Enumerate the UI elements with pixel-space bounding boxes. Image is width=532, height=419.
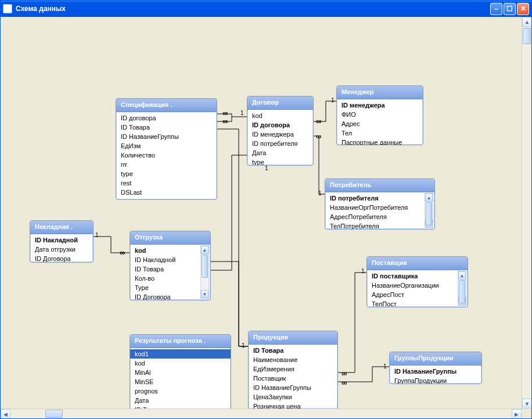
table-rez[interactable]: Результаты прогноза .kod1kodMinAlMinSEpr… xyxy=(130,334,231,413)
field[interactable]: ID менеджера xyxy=(337,101,423,110)
field[interactable]: ID Накладной xyxy=(30,235,93,245)
field[interactable]: Тел xyxy=(337,128,423,138)
rel-cardinality: ∞ xyxy=(316,117,321,126)
field[interactable]: ID Товара xyxy=(116,123,217,132)
field[interactable]: ЕдИзм xyxy=(116,141,217,151)
field[interactable]: ID Договора xyxy=(30,254,93,263)
field[interactable]: ID договора xyxy=(116,113,217,123)
field[interactable]: ТелПост xyxy=(367,299,458,307)
inner-scroll-up[interactable]: ▲ xyxy=(458,271,466,280)
field[interactable]: type xyxy=(247,157,313,166)
inner-scrollbar[interactable]: ▲▼ xyxy=(200,245,209,299)
scroll-left-button[interactable]: ◀ xyxy=(1,409,10,418)
table-spec[interactable]: Спецификация .ID договораID ТовараID Наз… xyxy=(116,98,217,200)
field[interactable]: MinSE xyxy=(130,377,231,386)
field[interactable]: ID НазваниеГруппы xyxy=(249,383,337,392)
field[interactable]: ЦенаЗакупки xyxy=(249,392,337,402)
minimize-button[interactable]: – xyxy=(490,3,502,15)
field[interactable]: DSLast xyxy=(116,188,217,197)
field[interactable]: ТелПотребителя xyxy=(325,221,425,230)
h-scroll-thumb[interactable] xyxy=(45,410,63,418)
table-header[interactable]: Договор xyxy=(247,96,313,110)
maximize-button[interactable]: ☐ xyxy=(504,3,516,15)
inner-scroll-thumb[interactable] xyxy=(202,255,208,278)
inner-scroll-up[interactable]: ▲ xyxy=(201,246,209,254)
table-body: ID НакладнойДата отгрузкиID Договора xyxy=(30,234,93,263)
horizontal-scrollbar[interactable]: ◀ ▶ xyxy=(1,409,522,418)
inner-scrollbar[interactable]: ▲▼ xyxy=(458,271,466,306)
field[interactable]: ID потребителя xyxy=(247,139,313,148)
field[interactable]: Type xyxy=(130,283,200,292)
field[interactable]: ID потребителя xyxy=(325,194,425,203)
inner-scroll-up[interactable]: ▲ xyxy=(425,194,433,202)
field[interactable]: НазваниеОрганизации xyxy=(367,281,458,290)
table-header[interactable]: Поставщик xyxy=(367,257,468,270)
table-header[interactable]: ГруппыПродукции xyxy=(390,352,481,366)
v-scroll-thumb[interactable] xyxy=(523,28,531,44)
field[interactable]: kod xyxy=(130,246,200,255)
inner-scroll-down[interactable]: ▼ xyxy=(201,290,209,298)
table-header[interactable]: Результаты прогноза . xyxy=(130,335,231,348)
field[interactable]: Паспортные данные xyxy=(337,138,423,145)
field[interactable]: ID Товара xyxy=(249,346,337,355)
table-group[interactable]: ГруппыПродукцииID НазваниеГруппыГруппаПр… xyxy=(389,352,482,384)
field[interactable]: АдресПотребителя xyxy=(325,212,425,221)
table-header[interactable]: Накладная . xyxy=(30,221,93,234)
table-potreb[interactable]: ПотребительID потребителяНазваниеОргПотр… xyxy=(325,178,435,230)
titlebar[interactable]: Схема данных – ☐ ✕ xyxy=(1,1,531,17)
field[interactable]: kod xyxy=(247,111,313,120)
field[interactable]: ЕдИзмерения xyxy=(249,364,337,374)
table-otgr[interactable]: ОтгрузкаkodID НакладнойID ТовараКол-воTy… xyxy=(130,231,211,300)
close-button[interactable]: ✕ xyxy=(517,3,529,15)
scroll-down-button[interactable]: ▼ xyxy=(522,399,531,409)
field[interactable]: Поставщик xyxy=(249,374,337,383)
table-header[interactable]: Отгрузка xyxy=(130,231,210,245)
schema-canvas[interactable]: 1∞∞11∞1∞1∞11∞1∞1∞ Спецификация .ID догов… xyxy=(1,17,522,409)
scroll-up-button[interactable]: ▲ xyxy=(522,17,531,27)
field[interactable]: ГруппаПродукции xyxy=(390,376,481,384)
field[interactable]: АдресПост xyxy=(367,290,458,299)
field[interactable]: Адрес xyxy=(337,119,423,128)
inner-scrollbar[interactable]: ▲▼ xyxy=(425,193,433,228)
field[interactable]: rrr xyxy=(116,160,217,169)
table-manager[interactable]: МенеджерID менеджераФИОАдресТелПаспортны… xyxy=(336,85,423,145)
field[interactable]: ID Договора xyxy=(130,292,200,300)
field[interactable]: rest xyxy=(116,178,217,188)
field[interactable]: ID договора xyxy=(247,120,313,130)
inner-scroll-thumb[interactable] xyxy=(426,202,432,225)
field[interactable]: ID НазваниеГруппы xyxy=(390,367,481,376)
table-body: ID менеджераФИОАдресТелПаспортные данные xyxy=(337,99,423,145)
field[interactable]: Наименование xyxy=(249,355,337,364)
rel-cardinality: 1 xyxy=(318,190,322,196)
field[interactable]: kod1 xyxy=(130,349,231,359)
field[interactable]: Кол-во xyxy=(130,274,200,283)
table-post[interactable]: ПоставщикID поставщикаНазваниеОрганизаци… xyxy=(366,256,468,307)
table-header[interactable]: Менеджер xyxy=(337,86,423,99)
field[interactable]: Количество xyxy=(116,151,217,160)
field[interactable]: ID Товара xyxy=(130,264,200,274)
field[interactable]: Дата xyxy=(247,148,313,157)
table-dogovor[interactable]: ДоговорkodID договораID менеджераID потр… xyxy=(247,96,314,166)
field[interactable]: kod xyxy=(130,359,231,368)
inner-scroll-thumb[interactable] xyxy=(459,280,465,303)
scroll-corner xyxy=(522,409,531,418)
field[interactable]: НазваниеОргПотребителя xyxy=(325,203,425,212)
canvas-wrap: 1∞∞11∞1∞1∞11∞1∞1∞ Спецификация .ID догов… xyxy=(1,17,531,418)
field[interactable]: Дата отгрузки xyxy=(30,245,93,254)
table-header[interactable]: Спецификация . xyxy=(116,99,217,112)
table-nakl[interactable]: Накладная .ID НакладнойДата отгрузкиID Д… xyxy=(30,220,94,263)
field[interactable]: ID менеджера xyxy=(247,130,313,139)
field[interactable]: ID НазваниеГруппы xyxy=(116,132,217,141)
field[interactable]: prognos xyxy=(130,386,231,396)
field[interactable]: ID Накладной xyxy=(130,255,200,264)
field[interactable]: ID поставщика xyxy=(367,271,458,281)
field[interactable]: MinAl xyxy=(130,368,231,377)
vertical-scrollbar[interactable]: ▲ ▼ xyxy=(522,17,531,409)
table-header[interactable]: Продукция xyxy=(249,331,337,345)
table-prod[interactable]: ПродукцияID ТовараНаименованиеЕдИзмерени… xyxy=(248,331,338,409)
table-header[interactable]: Потребитель xyxy=(325,179,434,192)
scroll-right-button[interactable]: ▶ xyxy=(512,409,522,418)
field[interactable]: ФИО xyxy=(337,110,423,119)
field[interactable]: type xyxy=(116,169,217,178)
field[interactable]: Дата xyxy=(130,396,231,405)
